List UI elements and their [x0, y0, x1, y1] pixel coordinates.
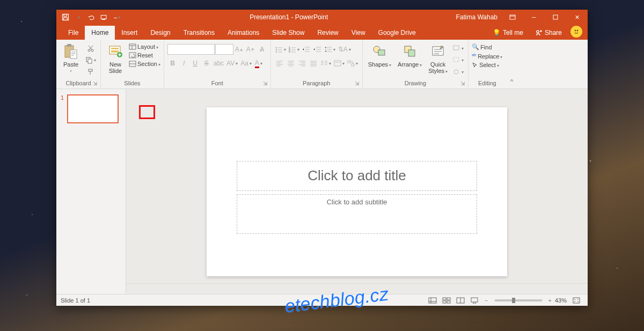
align-center-icon[interactable] [286, 58, 296, 69]
tab-home[interactable]: Home [85, 26, 115, 40]
shape-effects-icon[interactable] [452, 67, 465, 77]
start-from-beginning-icon[interactable] [100, 13, 108, 21]
reading-view-icon[interactable] [454, 296, 467, 305]
find-button[interactable]: 🔍Find [472, 43, 502, 51]
zoom-slider[interactable] [495, 299, 542, 301]
tab-file[interactable]: File [62, 26, 85, 40]
share-button[interactable]: Share [530, 29, 567, 40]
text-shadow-icon[interactable]: abc [213, 58, 225, 69]
tell-me[interactable]: 💡 Tell me [486, 29, 530, 40]
tab-animations[interactable]: Animations [221, 26, 266, 40]
svg-rect-48 [573, 298, 580, 303]
smartart-icon[interactable] [346, 58, 359, 69]
signed-in-user[interactable]: Fatima Wahab [451, 13, 502, 21]
copy-icon[interactable] [84, 55, 97, 65]
drawing-launcher-icon[interactable]: ⇲ [460, 80, 467, 87]
font-color-icon[interactable]: A [253, 58, 264, 69]
character-spacing-icon[interactable]: AV [225, 58, 239, 69]
align-text-icon[interactable] [333, 58, 346, 69]
justify-icon[interactable] [308, 58, 319, 69]
group-label-slides: Slides [104, 79, 160, 89]
slide[interactable]: Click to add title Click to add subtitle [207, 107, 507, 276]
clipboard-launcher-icon[interactable]: ⇲ [93, 80, 99, 87]
tab-review[interactable]: Review [311, 26, 345, 40]
slide-canvas-area[interactable]: Click to add title Click to add subtitle… [126, 89, 588, 294]
replace-button[interactable]: ᵃᵇReplace [472, 52, 502, 60]
cut-icon[interactable] [84, 43, 97, 54]
collapse-ribbon-icon[interactable]: ^ [506, 40, 517, 89]
layout-button[interactable]: Layout [129, 43, 160, 50]
decrease-indent-icon[interactable] [301, 44, 312, 55]
tab-googledrive[interactable]: Google Drive [372, 26, 422, 40]
increase-font-icon[interactable]: A▲ [234, 44, 245, 55]
workspace: 1 Click to add title Click to add subtit… [56, 89, 588, 294]
tab-transitions[interactable]: Transitions [177, 26, 221, 40]
quick-styles-button[interactable]: Quick Styles [426, 42, 450, 75]
zoom-out-icon[interactable]: − [485, 297, 488, 304]
notes-splitter[interactable] [126, 283, 588, 294]
text-direction-icon[interactable]: ⇅A [337, 44, 352, 55]
new-slide-label: New Slide [109, 61, 122, 74]
bold-icon[interactable]: B [167, 58, 178, 69]
reset-button[interactable]: Reset [129, 52, 160, 59]
tab-slideshow[interactable]: Slide Show [266, 26, 311, 40]
tab-view[interactable]: View [345, 26, 372, 40]
save-icon[interactable] [62, 13, 69, 21]
zoom-level[interactable]: 43% [555, 297, 567, 304]
clear-formatting-icon[interactable]: A̷ [257, 44, 267, 55]
maximize-button[interactable] [545, 10, 566, 25]
tab-insert[interactable]: Insert [115, 26, 144, 40]
select-button[interactable]: Select [472, 61, 502, 69]
align-left-icon[interactable] [274, 58, 285, 69]
shape-fill-icon[interactable] [452, 43, 465, 54]
minimize-button[interactable]: ─ [523, 10, 545, 25]
increase-indent-icon[interactable] [312, 44, 323, 55]
group-clipboard: Paste ▾ Clipboard ⇲ [56, 40, 101, 89]
ribbon: Paste ▾ Clipboard ⇲ New Slide [56, 40, 588, 89]
close-button[interactable]: ✕ [566, 10, 588, 25]
paragraph-launcher-icon[interactable]: ⇲ [355, 80, 361, 87]
font-family-input[interactable] [167, 44, 215, 55]
undo-icon[interactable] [87, 13, 95, 21]
feedback-smiley-icon[interactable] [570, 26, 582, 38]
new-slide-button[interactable]: New Slide [104, 42, 127, 75]
qat-customize-icon[interactable]: ‒ [113, 13, 121, 21]
zoom-in-icon[interactable]: + [548, 297, 552, 304]
ribbon-display-options-icon[interactable] [502, 10, 523, 25]
paste-button[interactable]: Paste ▾ [60, 42, 82, 75]
align-right-icon[interactable] [297, 58, 308, 69]
shapes-button[interactable]: Shapes [366, 42, 393, 69]
bullets-icon[interactable] [274, 44, 287, 55]
subtitle-placeholder[interactable]: Click to add subtitle [237, 194, 477, 234]
title-placeholder[interactable]: Click to add title [237, 161, 477, 191]
font-launcher-icon[interactable]: ⇲ [263, 80, 269, 87]
italic-icon[interactable]: I [179, 58, 189, 69]
underline-icon[interactable]: U [190, 58, 201, 69]
font-size-input[interactable] [215, 44, 233, 55]
columns-icon[interactable] [319, 58, 332, 69]
arrange-button[interactable]: Arrange [396, 42, 424, 69]
svg-point-40 [454, 70, 458, 74]
slideshow-view-icon[interactable] [468, 296, 481, 305]
strikethrough-icon[interactable]: S [201, 58, 212, 69]
slide-sorter-view-icon[interactable] [440, 296, 453, 305]
shape-outline-icon[interactable] [452, 55, 465, 65]
fit-to-window-icon[interactable] [570, 296, 583, 305]
tab-design[interactable]: Design [144, 26, 177, 40]
thumbnail-preview[interactable] [67, 94, 119, 123]
normal-view-icon[interactable] [426, 296, 439, 305]
slide-thumbnails-panel[interactable]: 1 [56, 89, 126, 294]
change-case-icon[interactable]: Aa [239, 58, 253, 69]
thumbnail-1[interactable]: 1 [61, 94, 121, 123]
svg-rect-34 [378, 50, 385, 55]
qat-more-icon[interactable] [75, 13, 82, 21]
section-button[interactable]: Section [129, 60, 160, 68]
numbering-icon[interactable]: 123 [288, 44, 301, 55]
format-painter-icon[interactable] [84, 67, 97, 77]
decrease-font-icon[interactable]: A▼ [245, 44, 256, 55]
svg-rect-2 [64, 18, 68, 20]
svg-rect-5 [553, 15, 558, 19]
arrange-label: Arrange [398, 61, 422, 68]
line-spacing-icon[interactable] [324, 44, 336, 55]
slide-indicator[interactable]: Slide 1 of 1 [61, 297, 90, 304]
